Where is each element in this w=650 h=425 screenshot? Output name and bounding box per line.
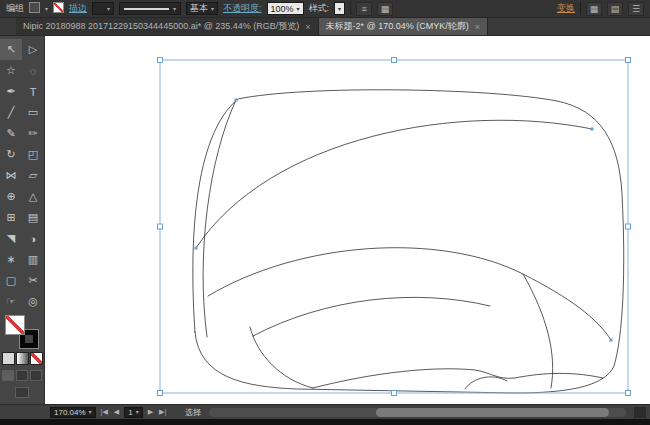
handle-bottom-left[interactable] (158, 391, 163, 396)
first-artboard-icon[interactable]: |◀ (100, 408, 109, 416)
color-button[interactable] (3, 353, 14, 364)
slice-tool[interactable]: ✂ (22, 270, 44, 291)
stroke-color-swatch[interactable] (53, 2, 64, 15)
bumper-curve (313, 369, 603, 388)
shape-builder-tool[interactable]: ⊕ (0, 186, 22, 207)
panel-list-icon[interactable]: ▤ (607, 2, 623, 16)
last-artboard-icon[interactable]: ▶| (158, 408, 167, 416)
magic-wand-tool[interactable]: ☆ (0, 60, 22, 81)
none-button[interactable] (31, 353, 42, 364)
blend-tool[interactable]: ◑ (22, 228, 44, 249)
chevron-down-icon: ▾ (107, 6, 110, 12)
free-transform-tool[interactable]: ▱ (22, 165, 44, 186)
pen-tool[interactable]: ✒ (0, 81, 22, 102)
screen-mode-icon[interactable] (15, 387, 29, 398)
handle-mid-right[interactable] (626, 224, 631, 229)
document-tab-2[interactable]: 未标题-2* @ 170.04% (CMYK/轮廓) × (319, 18, 488, 35)
fill-proxy-icon[interactable] (6, 316, 24, 334)
draw-normal-icon[interactable] (2, 370, 14, 381)
right-inner-curve (523, 274, 553, 388)
line-segment-tool[interactable]: ╱ (0, 102, 22, 123)
lasso-tool[interactable]: ◌ (22, 60, 44, 81)
zoom-tool[interactable]: ◎ (22, 291, 44, 312)
artboard-number-dropdown[interactable]: 1 ▾ (124, 407, 142, 418)
handle-top-right[interactable] (626, 58, 631, 63)
fill-stroke-indicator[interactable] (3, 316, 41, 348)
draw-inside-icon[interactable] (30, 370, 42, 381)
gradient-button[interactable] (17, 353, 28, 364)
handle-top-center[interactable] (392, 58, 397, 63)
stroke-profile-icon (124, 8, 169, 10)
direct-selection-tool[interactable]: ▷ (22, 39, 44, 60)
close-icon[interactable]: × (475, 22, 480, 32)
rectangle-tool[interactable]: ▭ (22, 102, 44, 123)
horizontal-scrollbar[interactable] (209, 408, 626, 417)
handle-bottom-center[interactable] (392, 391, 397, 396)
rotate-tool[interactable]: ↻ (0, 144, 22, 165)
style-label: 样式: (309, 2, 330, 15)
selection-bounding-box[interactable] (160, 60, 628, 393)
close-icon[interactable]: × (305, 22, 310, 32)
stroke-link[interactable]: 描边 (69, 2, 87, 15)
chevron-down-icon: ▾ (173, 6, 176, 12)
handle-mid-left[interactable] (158, 224, 163, 229)
brush-definition-dropdown[interactable]: 基本 ▾ (186, 2, 218, 15)
opacity-value: 100% (271, 4, 294, 14)
anchor-points[interactable] (195, 99, 613, 342)
next-artboard-icon[interactable]: ▶ (147, 408, 154, 416)
none-color-icon (53, 2, 64, 13)
chevron-down-icon: ▾ (297, 6, 300, 12)
selection-tool[interactable]: ↖ (0, 39, 22, 60)
document-tab-title: 未标题-2* @ 170.04% (CMYK/轮廓) (326, 20, 469, 33)
windshield-curve (208, 248, 611, 340)
type-tool[interactable]: T (22, 81, 44, 102)
previous-artboard-icon[interactable]: ◀ (113, 408, 120, 416)
fill-swatch-icon (29, 2, 40, 13)
tool-palette: ↖ ▷ ☆ ◌ ✒ T ╱ ▭ ✎ ✏ ↻ ◰ ⋈ ▱ ⊕ △ ⊞ ▤ ◥ ◑ (0, 36, 45, 404)
zoom-level-value: 170.04% (54, 408, 86, 417)
transform-link[interactable]: 变换 (557, 2, 575, 15)
pencil-tool[interactable]: ✏ (22, 123, 44, 144)
window-edge (0, 419, 650, 425)
wheel-arc (465, 377, 507, 389)
opacity-link[interactable]: 不透明度: (223, 2, 262, 15)
car-outline-paths[interactable] (193, 90, 624, 393)
canvas-artwork[interactable] (45, 36, 650, 404)
width-profile-dropdown[interactable]: ▾ (119, 2, 181, 15)
chevron-down-icon[interactable]: ▾ (45, 6, 48, 12)
opacity-dropdown[interactable]: 100% ▾ (267, 2, 304, 15)
perspective-grid-tool[interactable]: △ (22, 186, 44, 207)
align-objects-icon[interactable]: ≡ (356, 2, 372, 16)
panel-menu-icon[interactable]: ☰ (628, 2, 644, 16)
hood-inner-curve (253, 297, 490, 336)
selection-type-label: 编组 (6, 2, 24, 15)
illustrator-window: 编组 ▾ 描边 ▾ ▾ 基本 ▾ 不透明度: 100% ▾ 样式: ▾ ≡ ▦ … (0, 0, 650, 425)
symbol-sprayer-tool[interactable]: ∗ (0, 249, 22, 270)
brush-definition-value: 基本 (190, 2, 208, 15)
eyedropper-tool[interactable]: ◥ (0, 228, 22, 249)
style-dropdown[interactable]: ▾ (334, 2, 345, 15)
artboard-tool[interactable]: ▢ (0, 270, 22, 291)
chevron-down-icon: ▾ (211, 6, 214, 12)
canvas-area[interactable] (45, 36, 650, 404)
scale-tool[interactable]: ◰ (22, 144, 44, 165)
chevron-down-icon: ▾ (136, 409, 139, 415)
panel-grid-icon[interactable]: ▦ (586, 2, 602, 16)
stroke-weight-dropdown[interactable]: ▾ (92, 2, 114, 15)
draw-behind-icon[interactable] (16, 370, 28, 381)
hand-tool[interactable]: ☞ (0, 291, 22, 312)
fill-color-swatch[interactable] (29, 2, 40, 15)
document-tab-bar: Nipic 20180988 20171229150344445000.ai* … (0, 18, 650, 36)
document-tab-1[interactable]: Nipic 20180988 20171229150344445000.ai* … (16, 18, 319, 35)
zoom-level-dropdown[interactable]: 170.04% ▾ (50, 407, 96, 418)
handle-top-left[interactable] (158, 58, 163, 63)
distribute-objects-icon[interactable]: ▦ (377, 2, 393, 16)
left-lower-curve (250, 327, 313, 388)
mesh-tool[interactable]: ⊞ (0, 207, 22, 228)
handle-bottom-right[interactable] (626, 391, 631, 396)
width-tool[interactable]: ⋈ (0, 165, 22, 186)
paintbrush-tool[interactable]: ✎ (0, 123, 22, 144)
scrollbar-thumb[interactable] (376, 408, 609, 417)
column-graph-tool[interactable]: ▥ (22, 249, 44, 270)
gradient-tool[interactable]: ▤ (22, 207, 44, 228)
